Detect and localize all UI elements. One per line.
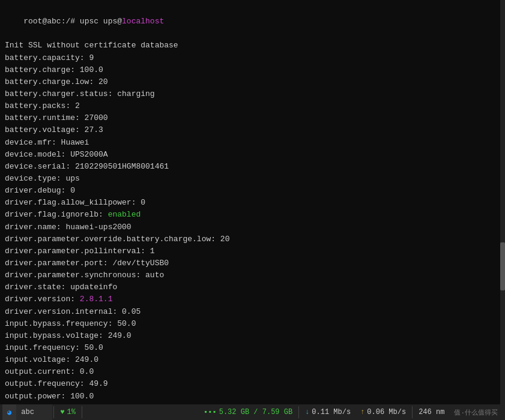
divider2 xyxy=(82,406,82,418)
scrollbar-thumb[interactable] xyxy=(500,242,505,290)
terminal-line-battery-charge: battery.charge: 100.0 xyxy=(5,64,500,76)
terminal-line-driver-flag-killpower: driver.flag.allow_killpower: 0 xyxy=(5,197,500,209)
terminal-line-driver-debug: driver.debug: 0 xyxy=(5,185,500,197)
ram-indicator: ▪▪▪ 5.32 GB / 7.59 GB xyxy=(199,408,297,416)
terminal-line-driver-state: driver.state: updateinfo xyxy=(5,281,500,293)
download-speed: 0.11 Mb/s xyxy=(312,408,351,416)
terminal-line-output-realpower: output.realpower: 0.0 xyxy=(5,403,500,404)
divider4 xyxy=(412,406,413,418)
download-indicator: ↓ 0.11 Mb/s xyxy=(300,408,355,416)
taskbar-right: ▪▪▪ 5.32 GB / 7.59 GB ↓ 0.11 Mb/s ↑ 0.06… xyxy=(199,406,503,418)
terminal-line-driver-param-battery: driver.parameter.override.battery.charge… xyxy=(5,233,500,245)
taskbar: ◕ abc ♥ 1% ▪▪▪ 5.32 GB / 7.59 GB ↓ 0.11 … xyxy=(0,404,505,420)
download-icon: ↓ xyxy=(305,408,309,416)
ram-icon: ▪▪▪ xyxy=(204,408,217,416)
terminal-line-output-frequency: output.frequency: 49.9 xyxy=(5,378,500,390)
cpu-indicator: ♥ 1% xyxy=(55,404,80,420)
cpu-percent: 1% xyxy=(67,408,75,416)
terminal-output: Init SSL without certificate databasebat… xyxy=(5,40,500,404)
terminal-line-device-type: device.type: ups xyxy=(5,173,500,185)
ram-label: 5.32 GB / 7.59 GB xyxy=(219,408,292,416)
upload-indicator: ↑ 0.06 Mb/s xyxy=(355,408,411,416)
terminal-line-output-current: output.current: 0.0 xyxy=(5,366,500,378)
terminal-line-driver-version: driver.version: 2.8.1.1 xyxy=(5,293,500,305)
terminal-line-input-bypass-freq: input.bypass.frequency: 50.0 xyxy=(5,318,500,330)
upload-speed: 0.06 Mb/s xyxy=(367,408,406,416)
scrollbar[interactable] xyxy=(500,0,505,404)
arch-logo: ◕ xyxy=(2,404,16,420)
terminal-line-device-mfr: device.mfr: Huawei xyxy=(5,137,500,149)
cpu-icon: ♥ xyxy=(60,408,64,416)
upload-icon: ↑ xyxy=(360,408,364,416)
terminal-line-init: Init SSL without certificate database xyxy=(5,40,500,52)
terminal-line-input-frequency: input.frequency: 50.0 xyxy=(5,342,500,354)
terminal-line-battery-capacity: battery.capacity: 9 xyxy=(5,52,500,64)
terminal-line-driver-param-sync: driver.parameter.synchronous: auto xyxy=(5,269,500,281)
terminal-line-battery-charge-low: battery.charge.low: 20 xyxy=(5,76,500,88)
terminal-line-device-serial: device.serial: 2102290501HGM8001461 xyxy=(5,161,500,173)
terminal-line-battery-packs: battery.packs: 2 xyxy=(5,100,500,112)
terminal-line-input-voltage: input.voltage: 249.0 xyxy=(5,354,500,366)
divider xyxy=(53,406,54,418)
terminal-line-output-power: output.power: 100.0 xyxy=(5,391,500,403)
terminal-line-battery-charger-status: battery.charger.status: charging xyxy=(5,88,500,100)
terminal-tab[interactable]: abc xyxy=(16,404,52,420)
prompt-line: root@abc:/# upsc ups@localhost xyxy=(5,4,500,40)
divider3 xyxy=(298,406,299,418)
time-label: 246 nm xyxy=(419,408,444,416)
terminal-line-battery-voltage: battery.voltage: 27.3 xyxy=(5,124,500,136)
terminal-line-driver-name: driver.name: huawei-ups2000 xyxy=(5,221,500,233)
terminal-line-battery-runtime: battery.runtime: 27000 xyxy=(5,112,500,124)
terminal-line-device-model: device.model: UPS2000A xyxy=(5,149,500,161)
terminal-line-driver-param-poll: driver.parameter.pollinterval: 1 xyxy=(5,245,500,257)
terminal-line-input-bypass-voltage: input.bypass.voltage: 249.0 xyxy=(5,330,500,342)
terminal-line-driver-param-port: driver.parameter.port: /dev/ttyUSB0 xyxy=(5,257,500,269)
watermark-label: 值·什么值得买 xyxy=(449,408,503,417)
time-display: 246 nm xyxy=(414,408,449,416)
terminal-line-driver-flag-ignorelb: driver.flag.ignorelb: enabled xyxy=(5,209,500,221)
terminal-line-driver-version-internal: driver.version.internal: 0.05 xyxy=(5,306,500,318)
terminal-window: root@abc:/# upsc ups@localhost Init SSL … xyxy=(0,0,505,404)
